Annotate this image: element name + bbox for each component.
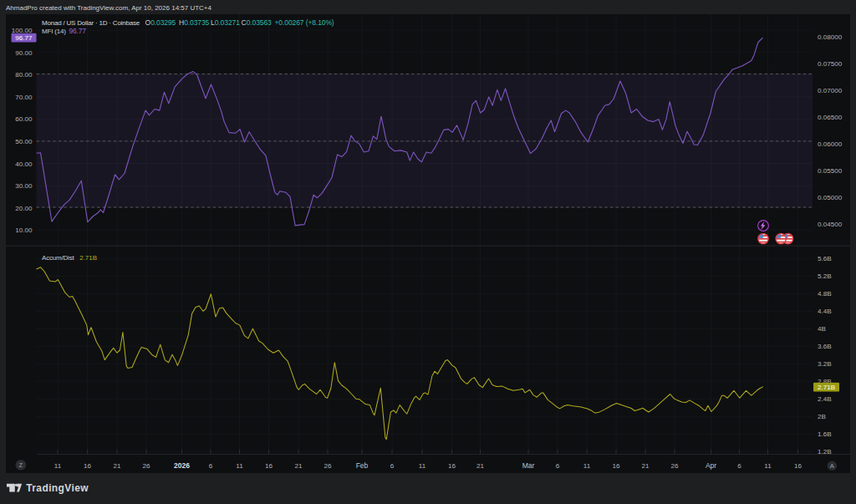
svg-text:11: 11 <box>764 462 772 470</box>
svg-text:H0.03735: H0.03735 <box>179 18 210 27</box>
svg-text:2026: 2026 <box>174 461 190 470</box>
svg-text:20.00: 20.00 <box>15 205 33 212</box>
svg-text:Accum/Dist: Accum/Dist <box>42 254 74 262</box>
svg-text:0.08000: 0.08000 <box>818 33 843 41</box>
svg-text:2B: 2B <box>818 413 826 420</box>
svg-text:3.6B: 3.6B <box>818 343 832 350</box>
svg-text:0.07500: 0.07500 <box>818 60 843 68</box>
svg-text:Monad / US Dollar · 1D · Coinb: Monad / US Dollar · 1D · Coinbase <box>42 19 140 27</box>
svg-text:4.4B: 4.4B <box>818 308 832 315</box>
svg-text:10.00: 10.00 <box>15 227 33 234</box>
svg-text:16: 16 <box>265 462 273 470</box>
svg-text:21: 21 <box>641 462 650 470</box>
svg-text:TradingView: TradingView <box>26 482 89 494</box>
svg-text:2.4B: 2.4B <box>818 395 832 403</box>
svg-text:0.04500: 0.04500 <box>818 221 843 228</box>
svg-text:+0.00267 (+8.10%): +0.00267 (+8.10%) <box>275 18 334 27</box>
svg-text:21: 21 <box>294 462 303 470</box>
svg-text:80.00: 80.00 <box>15 71 33 79</box>
svg-text:21: 21 <box>113 462 121 470</box>
svg-text:4.8B: 4.8B <box>818 290 832 298</box>
svg-text:1.2B: 1.2B <box>818 448 832 456</box>
svg-text:2.71B: 2.71B <box>818 384 835 391</box>
svg-text:26: 26 <box>324 462 332 470</box>
svg-text:70.00: 70.00 <box>15 94 33 101</box>
svg-text:26: 26 <box>670 462 679 470</box>
svg-text:MFI (14): MFI (14) <box>42 28 66 35</box>
svg-text:3.2B: 3.2B <box>818 360 832 368</box>
svg-text:11: 11 <box>419 462 426 470</box>
svg-text:11: 11 <box>583 462 591 470</box>
svg-text:0.05500: 0.05500 <box>818 167 843 175</box>
svg-text:40.00: 40.00 <box>15 160 33 168</box>
svg-text:0.05000: 0.05000 <box>818 194 843 201</box>
svg-text:0.06500: 0.06500 <box>818 114 843 121</box>
svg-text:5.6B: 5.6B <box>818 255 832 262</box>
svg-text:6: 6 <box>390 462 395 470</box>
svg-text:5.2B: 5.2B <box>818 272 832 280</box>
svg-text:11: 11 <box>236 462 243 470</box>
svg-text:0.07000: 0.07000 <box>818 87 843 94</box>
svg-text:16: 16 <box>612 462 620 470</box>
svg-text:C0.03563: C0.03563 <box>242 18 273 27</box>
svg-text:96.77: 96.77 <box>69 27 87 35</box>
svg-text:60.00: 60.00 <box>15 115 33 123</box>
svg-text:Z: Z <box>19 461 23 469</box>
svg-text:O0.03295: O0.03295 <box>145 18 176 27</box>
svg-text:Feb: Feb <box>356 461 369 470</box>
svg-text:4B: 4B <box>818 325 826 333</box>
svg-text:30.00: 30.00 <box>15 182 33 190</box>
svg-text:26: 26 <box>142 462 150 470</box>
svg-text:Apr: Apr <box>706 461 716 470</box>
svg-text:16: 16 <box>794 462 802 470</box>
svg-text:L0.03271: L0.03271 <box>211 18 240 27</box>
svg-text:6: 6 <box>737 462 741 470</box>
svg-text:11: 11 <box>54 462 62 470</box>
svg-text:96.77: 96.77 <box>15 34 33 42</box>
svg-text:A: A <box>830 462 834 470</box>
svg-text:21: 21 <box>476 462 485 470</box>
svg-text:6: 6 <box>556 462 560 470</box>
svg-text:2.71B: 2.71B <box>79 254 97 262</box>
svg-text:50.00: 50.00 <box>15 138 33 145</box>
svg-text:16: 16 <box>448 462 456 470</box>
svg-text:0.06000: 0.06000 <box>818 140 843 148</box>
svg-text:90.00: 90.00 <box>15 49 33 57</box>
svg-text:16: 16 <box>84 462 92 470</box>
svg-text:1.6B: 1.6B <box>818 430 832 438</box>
svg-text:Mar: Mar <box>522 461 535 470</box>
svg-text:6: 6 <box>209 462 213 470</box>
